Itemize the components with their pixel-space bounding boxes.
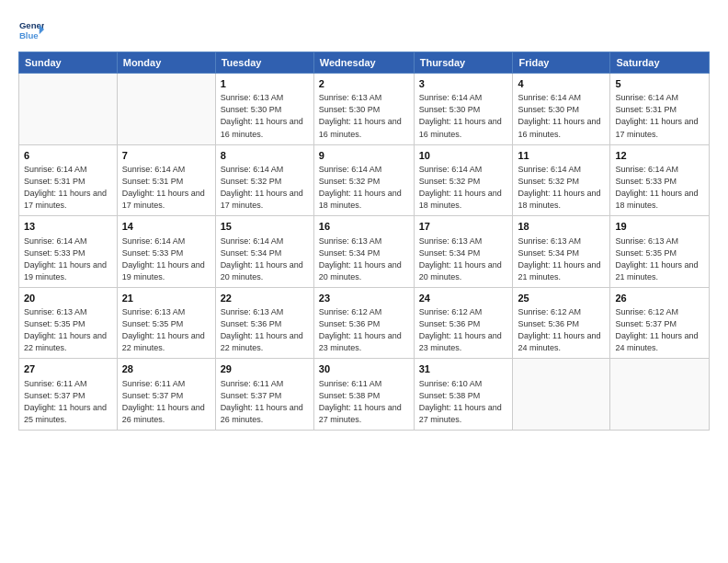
- day-number: 13: [24, 220, 112, 234]
- day-number: 22: [221, 292, 309, 305]
- calendar-day-cell: 23Sunrise: 6:12 AM Sunset: 5:36 PM Dayli…: [313, 287, 414, 359]
- day-number: 9: [319, 149, 409, 163]
- day-number: 15: [221, 220, 309, 234]
- day-info: Sunrise: 6:13 AM Sunset: 5:34 PM Dayligh…: [518, 236, 605, 283]
- calendar-day-cell: 28Sunrise: 6:11 AM Sunset: 5:37 PM Dayli…: [117, 359, 215, 431]
- weekday-header-friday: Friday: [513, 52, 610, 74]
- calendar-week-row: 20Sunrise: 6:13 AM Sunset: 5:35 PM Dayli…: [19, 287, 710, 359]
- day-number: 27: [24, 362, 112, 376]
- day-number: 16: [319, 220, 409, 234]
- day-info: Sunrise: 6:13 AM Sunset: 5:35 PM Dayligh…: [615, 236, 704, 283]
- calendar-day-cell: [19, 74, 118, 145]
- calendar-day-cell: 10Sunrise: 6:14 AM Sunset: 5:32 PM Dayli…: [414, 144, 513, 216]
- calendar-day-cell: 19Sunrise: 6:13 AM Sunset: 5:35 PM Dayli…: [610, 216, 710, 288]
- day-info: Sunrise: 6:11 AM Sunset: 5:38 PM Dayligh…: [319, 378, 409, 426]
- calendar-week-row: 27Sunrise: 6:11 AM Sunset: 5:37 PM Dayli…: [19, 359, 710, 431]
- calendar-week-row: 13Sunrise: 6:14 AM Sunset: 5:33 PM Dayli…: [19, 216, 710, 288]
- day-info: Sunrise: 6:13 AM Sunset: 5:35 PM Dayligh…: [24, 306, 112, 354]
- weekday-header-tuesday: Tuesday: [215, 52, 313, 74]
- day-info: Sunrise: 6:13 AM Sunset: 5:35 PM Dayligh…: [122, 306, 210, 354]
- day-info: Sunrise: 6:13 AM Sunset: 5:30 PM Dayligh…: [319, 92, 409, 140]
- calendar-week-row: 6Sunrise: 6:14 AM Sunset: 5:31 PM Daylig…: [19, 144, 710, 216]
- day-number: 26: [615, 292, 704, 305]
- calendar-day-cell: 4Sunrise: 6:14 AM Sunset: 5:30 PM Daylig…: [513, 74, 610, 145]
- day-number: 5: [615, 77, 704, 91]
- calendar-day-cell: 9Sunrise: 6:14 AM Sunset: 5:32 PM Daylig…: [313, 144, 414, 216]
- day-info: Sunrise: 6:14 AM Sunset: 5:32 PM Dayligh…: [419, 164, 508, 212]
- calendar-day-cell: 21Sunrise: 6:13 AM Sunset: 5:35 PM Dayli…: [117, 287, 215, 359]
- calendar-week-row: 1Sunrise: 6:13 AM Sunset: 5:30 PM Daylig…: [19, 74, 710, 145]
- calendar-day-cell: 6Sunrise: 6:14 AM Sunset: 5:31 PM Daylig…: [19, 144, 118, 216]
- svg-text:Blue: Blue: [19, 30, 39, 40]
- calendar-day-cell: 17Sunrise: 6:13 AM Sunset: 5:34 PM Dayli…: [414, 216, 513, 288]
- day-number: 10: [419, 149, 508, 163]
- day-number: 20: [24, 292, 112, 305]
- day-number: 21: [122, 292, 210, 305]
- day-number: 19: [615, 220, 704, 234]
- day-info: Sunrise: 6:14 AM Sunset: 5:32 PM Dayligh…: [319, 164, 409, 212]
- logo: General Blue: [18, 17, 44, 42]
- calendar-day-cell: 29Sunrise: 6:11 AM Sunset: 5:37 PM Dayli…: [215, 359, 313, 431]
- day-number: 17: [419, 220, 508, 234]
- day-number: 1: [221, 77, 309, 91]
- calendar-day-cell: 25Sunrise: 6:12 AM Sunset: 5:36 PM Dayli…: [513, 287, 610, 359]
- day-info: Sunrise: 6:14 AM Sunset: 5:33 PM Dayligh…: [24, 236, 112, 283]
- calendar-day-cell: 12Sunrise: 6:14 AM Sunset: 5:33 PM Dayli…: [610, 144, 710, 216]
- calendar-day-cell: 8Sunrise: 6:14 AM Sunset: 5:32 PM Daylig…: [215, 144, 313, 216]
- day-info: Sunrise: 6:13 AM Sunset: 5:36 PM Dayligh…: [221, 306, 309, 354]
- day-info: Sunrise: 6:14 AM Sunset: 5:32 PM Dayligh…: [518, 164, 605, 212]
- day-info: Sunrise: 6:14 AM Sunset: 5:31 PM Dayligh…: [24, 164, 112, 212]
- calendar-day-cell: 27Sunrise: 6:11 AM Sunset: 5:37 PM Dayli…: [19, 359, 118, 431]
- day-info: Sunrise: 6:12 AM Sunset: 5:36 PM Dayligh…: [319, 306, 409, 354]
- calendar-day-cell: 15Sunrise: 6:14 AM Sunset: 5:34 PM Dayli…: [215, 216, 313, 288]
- calendar-day-cell: 26Sunrise: 6:12 AM Sunset: 5:37 PM Dayli…: [610, 287, 710, 359]
- day-info: Sunrise: 6:13 AM Sunset: 5:34 PM Dayligh…: [419, 236, 508, 283]
- day-number: 11: [518, 149, 605, 163]
- day-number: 4: [518, 77, 605, 91]
- weekday-header-row: SundayMondayTuesdayWednesdayThursdayFrid…: [19, 52, 710, 74]
- weekday-header-monday: Monday: [117, 52, 215, 74]
- calendar-day-cell: 30Sunrise: 6:11 AM Sunset: 5:38 PM Dayli…: [313, 359, 414, 431]
- day-number: 25: [518, 292, 605, 305]
- day-number: 29: [221, 362, 309, 376]
- calendar-day-cell: 13Sunrise: 6:14 AM Sunset: 5:33 PM Dayli…: [19, 216, 118, 288]
- calendar-day-cell: 31Sunrise: 6:10 AM Sunset: 5:38 PM Dayli…: [414, 359, 513, 431]
- day-info: Sunrise: 6:14 AM Sunset: 5:31 PM Dayligh…: [615, 92, 704, 140]
- calendar-day-cell: 3Sunrise: 6:14 AM Sunset: 5:30 PM Daylig…: [414, 74, 513, 145]
- day-number: 6: [24, 149, 112, 163]
- day-info: Sunrise: 6:10 AM Sunset: 5:38 PM Dayligh…: [419, 378, 508, 426]
- calendar-day-cell: 1Sunrise: 6:13 AM Sunset: 5:30 PM Daylig…: [215, 74, 313, 145]
- weekday-header-saturday: Saturday: [610, 52, 710, 74]
- day-number: 28: [122, 362, 210, 376]
- day-info: Sunrise: 6:14 AM Sunset: 5:32 PM Dayligh…: [221, 164, 309, 212]
- day-info: Sunrise: 6:13 AM Sunset: 5:30 PM Dayligh…: [221, 92, 309, 140]
- weekday-header-sunday: Sunday: [19, 52, 118, 74]
- page: General Blue SundayMondayTuesdayWednesda…: [0, 0, 728, 563]
- calendar-day-cell: 14Sunrise: 6:14 AM Sunset: 5:33 PM Dayli…: [117, 216, 215, 288]
- day-info: Sunrise: 6:11 AM Sunset: 5:37 PM Dayligh…: [122, 378, 210, 426]
- day-info: Sunrise: 6:14 AM Sunset: 5:34 PM Dayligh…: [221, 236, 309, 283]
- day-number: 14: [122, 220, 210, 234]
- day-number: 23: [319, 292, 409, 305]
- calendar-day-cell: 11Sunrise: 6:14 AM Sunset: 5:32 PM Dayli…: [513, 144, 610, 216]
- day-info: Sunrise: 6:14 AM Sunset: 5:33 PM Dayligh…: [122, 236, 210, 283]
- day-info: Sunrise: 6:11 AM Sunset: 5:37 PM Dayligh…: [221, 378, 309, 426]
- calendar-day-cell: 24Sunrise: 6:12 AM Sunset: 5:36 PM Dayli…: [414, 287, 513, 359]
- day-number: 12: [615, 149, 704, 163]
- day-info: Sunrise: 6:12 AM Sunset: 5:37 PM Dayligh…: [615, 306, 704, 354]
- calendar-table: SundayMondayTuesdayWednesdayThursdayFrid…: [18, 52, 710, 431]
- day-number: 18: [518, 220, 605, 234]
- day-number: 30: [319, 362, 409, 376]
- day-info: Sunrise: 6:14 AM Sunset: 5:31 PM Dayligh…: [122, 164, 210, 212]
- calendar-day-cell: 18Sunrise: 6:13 AM Sunset: 5:34 PM Dayli…: [513, 216, 610, 288]
- day-info: Sunrise: 6:11 AM Sunset: 5:37 PM Dayligh…: [24, 378, 112, 426]
- weekday-header-thursday: Thursday: [414, 52, 513, 74]
- day-number: 7: [122, 149, 210, 163]
- day-number: 2: [319, 77, 409, 91]
- calendar-day-cell: 5Sunrise: 6:14 AM Sunset: 5:31 PM Daylig…: [610, 74, 710, 145]
- day-info: Sunrise: 6:14 AM Sunset: 5:30 PM Dayligh…: [518, 92, 605, 140]
- day-number: 3: [419, 77, 508, 91]
- day-info: Sunrise: 6:12 AM Sunset: 5:36 PM Dayligh…: [518, 306, 605, 354]
- logo-icon: General Blue: [18, 17, 44, 42]
- weekday-header-wednesday: Wednesday: [313, 52, 414, 74]
